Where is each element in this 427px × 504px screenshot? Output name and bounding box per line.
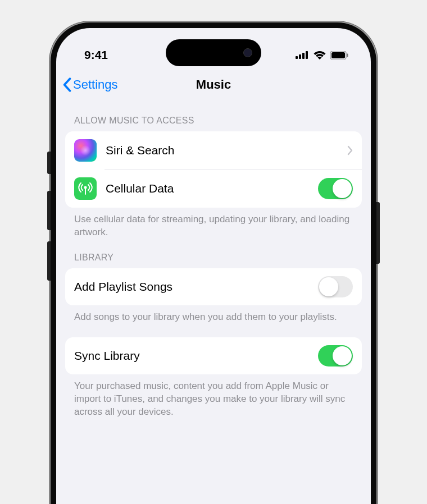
antenna-icon xyxy=(74,177,97,200)
svg-rect-6 xyxy=(347,53,348,57)
status-icons xyxy=(296,51,348,59)
volume-down-button xyxy=(47,241,51,281)
phone-frame: 9:41 Settings Music Allow Music to Acces… xyxy=(51,22,376,504)
toggle-knob xyxy=(333,179,352,198)
front-camera xyxy=(243,48,252,57)
volume-up-button xyxy=(47,191,51,230)
row-add-playlist: Add Playlist Songs xyxy=(65,268,362,305)
dynamic-island xyxy=(166,39,261,66)
sync-label: Sync Library xyxy=(74,349,318,363)
back-button[interactable]: Settings xyxy=(62,77,118,92)
power-button xyxy=(376,202,380,264)
svg-rect-2 xyxy=(302,53,305,59)
sync-toggle[interactable] xyxy=(318,345,353,366)
cellular-toggle[interactable] xyxy=(318,178,353,199)
content: Allow Music to Access Siri & Search Cell… xyxy=(56,100,371,419)
back-label: Settings xyxy=(73,77,118,92)
wifi-icon xyxy=(314,51,326,59)
battery-icon xyxy=(330,51,348,59)
toggle-knob xyxy=(319,277,338,296)
navigation-bar: Settings Music xyxy=(56,67,371,100)
cellular-label: Cellular Data xyxy=(106,182,318,195)
row-siri-search[interactable]: Siri & Search xyxy=(65,131,362,169)
siri-label: Siri & Search xyxy=(106,144,347,157)
section-header-access: Allow Music to Access xyxy=(65,100,362,131)
settings-group-sync: Sync Library xyxy=(65,337,362,374)
spacer xyxy=(65,324,362,337)
section-header-library: Library xyxy=(65,239,362,268)
access-footer: Use cellular data for streaming, updatin… xyxy=(65,208,362,239)
add-playlist-footer: Add songs to your library when you add t… xyxy=(65,305,362,324)
screen: 9:41 Settings Music Allow Music to Acces… xyxy=(56,28,371,504)
cellular-signal-icon xyxy=(296,51,309,59)
svg-rect-5 xyxy=(331,52,345,58)
row-sync-library: Sync Library xyxy=(65,337,362,374)
settings-group-access: Siri & Search Cellular Data xyxy=(65,131,362,208)
chevron-right-icon xyxy=(347,145,353,155)
status-time: 9:41 xyxy=(84,48,108,62)
add-playlist-toggle[interactable] xyxy=(318,276,353,297)
siri-icon xyxy=(74,139,97,162)
sync-footer: Your purchased music, content you add fr… xyxy=(65,374,362,419)
toggle-knob xyxy=(333,346,352,365)
add-playlist-label: Add Playlist Songs xyxy=(74,280,318,294)
row-cellular-data: Cellular Data xyxy=(65,169,362,208)
svg-rect-1 xyxy=(299,54,301,59)
settings-group-add-playlist: Add Playlist Songs xyxy=(65,268,362,305)
svg-rect-3 xyxy=(306,51,308,59)
chevron-left-icon xyxy=(62,77,72,92)
page-title: Music xyxy=(196,77,231,92)
svg-rect-0 xyxy=(296,56,298,59)
